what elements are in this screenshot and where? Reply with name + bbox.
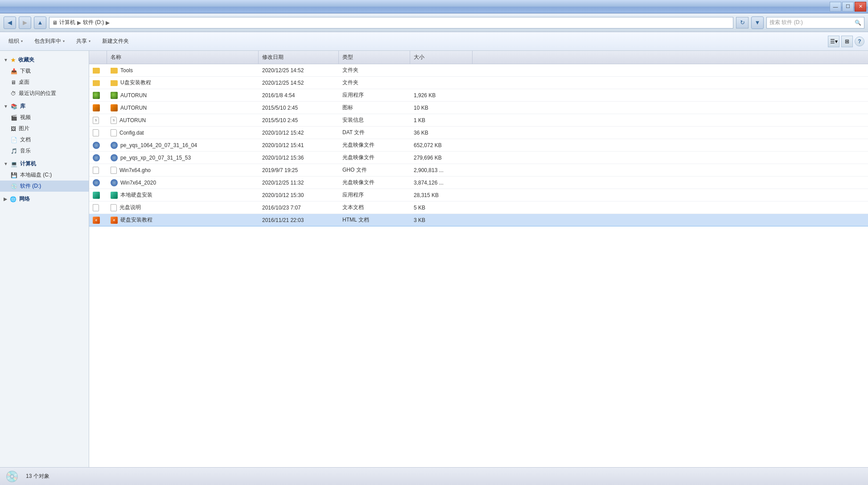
main-container: ▼ ★ 收藏夹 📥 下载 🖥 桌面 ⏱ 最近访问的位置 ▼ 📚 库 (0, 51, 868, 467)
table-row[interactable]: Tools 2020/12/25 14:52 文件夹 (89, 64, 868, 77)
network-icon: 🌐 (10, 196, 16, 202)
minimize-button[interactable]: — (830, 2, 841, 12)
sidebar-network-header[interactable]: ▶ 🌐 网络 (0, 193, 89, 205)
file-icon-cell (89, 90, 107, 101)
file-modified-cell: 2020/12/25 14:52 (259, 78, 339, 88)
sidebar-item-document[interactable]: 📄 文档 (0, 134, 89, 145)
file-name: 本地硬盘安装 (120, 191, 152, 199)
view-toggle-button[interactable]: ⊞ (841, 36, 853, 47)
table-row[interactable]: AUTORUN 2015/5/10 2:45 图标 10 KB (89, 102, 868, 114)
table-row[interactable]: 本地硬盘安装 2020/10/12 15:30 应用程序 28,315 KB (89, 189, 868, 201)
file-modified-cell: 2016/10/23 7:07 (259, 202, 339, 213)
col-type-header[interactable]: 类型 (339, 51, 410, 64)
computer-label[interactable]: 计算机 (59, 19, 75, 26)
maximize-button[interactable]: ☐ (842, 2, 854, 12)
view-dropdown-button[interactable]: ☰▾ (828, 36, 839, 47)
library-collapse-icon: ▼ (4, 104, 8, 109)
file-icon-cell (89, 189, 107, 201)
file-name: Tools (120, 67, 133, 74)
table-row[interactable]: pe_yqs_xp_20_07_31_15_53 2020/10/12 15:3… (89, 152, 868, 164)
table-row[interactable]: 光盘说明 2016/10/23 7:07 文本文档 5 KB (89, 201, 868, 214)
col-name-header[interactable]: 名称 (107, 51, 259, 64)
sidebar-library-header[interactable]: ▼ 📚 库 (0, 101, 89, 112)
sidebar: ▼ ★ 收藏夹 📥 下载 🖥 桌面 ⏱ 最近访问的位置 ▼ 📚 库 (0, 51, 89, 467)
recent-label: 最近访问的位置 (19, 90, 56, 97)
table-row[interactable]: pe_yqs_1064_20_07_31_16_04 2020/10/12 15… (89, 139, 868, 152)
table-row[interactable]: U盘安装教程 2020/12/25 14:52 文件夹 (89, 77, 868, 89)
help-button[interactable]: ? (855, 37, 864, 46)
table-row[interactable]: S S AUTORUN 2015/5/10 2:45 安装信息 1 KB (89, 114, 868, 127)
file-type-cell: 应用程序 (339, 189, 410, 201)
up-button[interactable]: ▲ (34, 16, 46, 29)
file-icon-cell (89, 102, 107, 114)
file-icon-cell (89, 140, 107, 151)
search-box[interactable]: 搜索 软件 (D:) 🔍 (766, 17, 864, 29)
address-path[interactable]: 🖥 计算机 ▶ 软件 (D:) ▶ (49, 17, 733, 29)
file-name-cell: Win7x64_2020 (107, 177, 259, 189)
document-label: 文档 (20, 136, 31, 144)
music-label: 音乐 (20, 147, 31, 155)
new-folder-label: 新建文件夹 (102, 37, 129, 45)
file-name-cell: S AUTORUN (107, 115, 259, 126)
file-modified-cell: 2020/12/25 11:32 (259, 177, 339, 188)
favorites-label: 收藏夹 (18, 56, 34, 64)
file-type-cell: 光盘映像文件 (339, 139, 410, 151)
dropdown-button[interactable]: ▼ (751, 16, 764, 29)
organize-button[interactable]: 组织 ▾ (4, 34, 28, 49)
file-type-cell: 光盘映像文件 (339, 152, 410, 164)
path-sep-1: ▶ (77, 20, 81, 26)
drive-d-icon: 💿 (11, 183, 17, 189)
file-icon-cell (89, 202, 107, 214)
desktop-icon: 🖥 (11, 79, 16, 86)
sidebar-item-music[interactable]: 🎵 音乐 (0, 145, 89, 156)
file-size-cell: 1,926 KB (410, 90, 473, 101)
sidebar-item-drive-c[interactable]: 💾 本地磁盘 (C:) (0, 169, 89, 181)
file-name-cell: e 硬盘安装教程 (107, 214, 259, 226)
table-row[interactable]: AUTORUN 2016/1/8 4:54 应用程序 1,926 KB (89, 89, 868, 102)
file-size-cell: 10 KB (410, 103, 473, 113)
sidebar-item-drive-d[interactable]: 💿 软件 (D:) (0, 181, 89, 192)
file-name: U盘安装教程 (120, 79, 151, 86)
download-label: 下载 (20, 67, 31, 75)
sidebar-item-video[interactable]: 🎬 视频 (0, 112, 89, 123)
refresh-button[interactable]: ↻ (736, 17, 749, 29)
new-folder-button[interactable]: 新建文件夹 (97, 34, 134, 49)
sidebar-item-download[interactable]: 📥 下载 (0, 66, 89, 77)
col-icon-header (89, 51, 107, 64)
network-collapse-icon: ▶ (4, 197, 7, 201)
file-list-container[interactable]: 名称 修改日期 类型 大小 Tools 2020/12/25 14:52 文件夹 (89, 51, 868, 467)
col-size-header[interactable]: 大小 (410, 51, 473, 64)
drive-d-label: 软件 (D:) (20, 182, 41, 190)
col-modified-header[interactable]: 修改日期 (259, 51, 339, 64)
file-modified-cell: 2015/5/10 2:45 (259, 115, 339, 126)
table-row[interactable]: Win7x64.gho 2019/9/7 19:25 GHO 文件 2,900,… (89, 164, 868, 177)
file-icon-cell (89, 65, 107, 75)
table-row[interactable]: Config.dat 2020/10/12 15:42 DAT 文件 36 KB (89, 127, 868, 139)
path-sep-2: ▶ (106, 20, 110, 26)
share-button[interactable]: 共享 ▾ (71, 34, 95, 49)
path-software[interactable]: 软件 (D:) (83, 19, 104, 26)
sidebar-computer-header[interactable]: ▼ 💻 计算机 (0, 158, 89, 169)
sidebar-favorites-header[interactable]: ▼ ★ 收藏夹 (0, 54, 89, 66)
table-row[interactable]: e e 硬盘安装教程 2016/11/21 22:03 HTML 文档 3 KB (89, 214, 868, 226)
title-bar: — ☐ ✕ (0, 0, 868, 13)
file-rows: Tools 2020/12/25 14:52 文件夹 U盘安装教程 2020/1… (89, 64, 868, 226)
download-folder-icon: 📥 (11, 68, 17, 74)
forward-button[interactable]: ▶ (19, 16, 31, 29)
file-type-cell: HTML 文档 (339, 214, 410, 226)
include-button[interactable]: 包含到库中 ▾ (29, 34, 70, 49)
back-button[interactable]: ◀ (4, 16, 16, 29)
search-icon[interactable]: 🔍 (855, 20, 861, 26)
computer-sidebar-label: 计算机 (20, 160, 36, 168)
file-type-cell: DAT 文件 (339, 127, 410, 139)
file-icon-cell: S (89, 115, 107, 126)
file-name: 光盘说明 (119, 204, 141, 211)
table-row[interactable]: Win7x64_2020 2020/12/25 11:32 光盘映像文件 3,8… (89, 177, 868, 189)
file-size-cell (410, 81, 473, 85)
sidebar-item-desktop[interactable]: 🖥 桌面 (0, 77, 89, 88)
close-button[interactable]: ✕ (855, 2, 866, 12)
file-type-cell: 文本文档 (339, 201, 410, 214)
sidebar-item-picture[interactable]: 🖼 图片 (0, 123, 89, 134)
file-name: AUTORUN (120, 105, 147, 111)
sidebar-item-recent[interactable]: ⏱ 最近访问的位置 (0, 88, 89, 99)
